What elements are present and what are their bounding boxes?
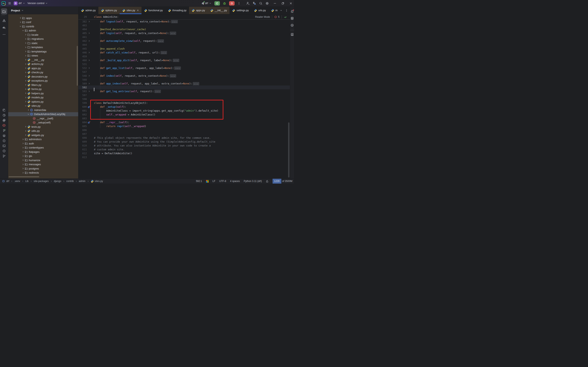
folded-code-placeholder[interactable]: ... [161, 51, 167, 54]
tree-item-auth[interactable]: auth [8, 141, 78, 146]
code-line-568[interactable]: 568 [78, 78, 290, 82]
code-line-460[interactable]: 460 def _build_app_dict(self, request, l… [78, 58, 290, 62]
fold-chevron-icon[interactable] [87, 40, 91, 42]
sticky-line-code[interactable]: class AdminSite: [91, 15, 119, 18]
minimize-button[interactable] [273, 2, 276, 5]
tab-functional.py[interactable]: functional.py [142, 7, 165, 14]
tree-item-decorators.py[interactable]: decorators.py [8, 75, 78, 79]
maximize-button[interactable] [281, 2, 284, 5]
code-line-605[interactable]: 605 return repr(self._wrapped) [78, 124, 290, 128]
code-line-604[interactable]: 604 def __repr__(self): [78, 120, 290, 124]
tree-item-static[interactable]: static [8, 41, 78, 45]
chevron-right-icon[interactable] [24, 63, 27, 65]
menu-version-control[interactable]: Version control [27, 2, 48, 5]
tree-item-utils.py[interactable]: utils.py [8, 129, 78, 133]
chevron-down-icon[interactable] [27, 113, 30, 116]
breadcrumb-item[interactable]: Lib [25, 180, 29, 183]
pie-chart-tool-button[interactable] [1, 113, 7, 118]
fold-chevron-icon[interactable] [87, 83, 91, 85]
tree-item-redirects[interactable]: redirects [8, 171, 78, 175]
tree-item-helpers.py[interactable]: helpers.py [8, 91, 78, 95]
tab-options.py[interactable]: options.py [98, 7, 120, 14]
fold-chevron-icon[interactable] [87, 20, 91, 23]
chevron-right-icon[interactable] [24, 58, 27, 61]
tree-item-forms.py[interactable]: forms.py [8, 87, 78, 92]
structure-tool-button[interactable] [1, 17, 7, 24]
folded-code-placeholder[interactable]: ... [173, 59, 179, 62]
chevron-right-icon[interactable] [21, 142, 25, 145]
services-tool-button[interactable] [1, 138, 7, 143]
code-line-609[interactable]: 609# You can provide your own AdminSite … [78, 140, 290, 144]
tree-item-locale[interactable]: locale [8, 33, 78, 37]
chevron-right-icon[interactable] [19, 21, 22, 24]
chevron-right-icon[interactable] [24, 75, 27, 78]
tree-item-flatpages[interactable]: flatpages [8, 150, 78, 154]
tree-item-apps[interactable]: apps [8, 16, 78, 20]
chevron-right-icon[interactable] [24, 71, 27, 74]
tree-item-contrib[interactable]: contrib [8, 24, 78, 29]
tab-admin.py[interactable]: admin.py [78, 7, 98, 14]
chevron-right-icon[interactable] [21, 155, 25, 157]
line-separator-widget[interactable]: LF [213, 180, 215, 183]
documentation-book-tool-button[interactable]: A [290, 32, 294, 37]
breadcrumb-item[interactable]: django [54, 180, 61, 183]
database-tool-button[interactable] [290, 16, 294, 21]
tree-item-actions.py[interactable]: actions.py [8, 62, 78, 66]
inspections-widget[interactable]: 5 [274, 16, 280, 18]
rerun-button[interactable] [214, 1, 220, 6]
unlock-icon[interactable] [266, 180, 269, 183]
terminal-tool-button[interactable] [1, 143, 7, 148]
tree-item-gis[interactable]: gis [8, 154, 78, 158]
more-actions-button[interactable] [238, 2, 240, 5]
settings-button[interactable] [265, 2, 269, 5]
folded-code-placeholder[interactable]: ... [193, 82, 199, 85]
tree-item-tests.py[interactable]: tests.py [8, 125, 78, 129]
no-problems-check-icon[interactable] [284, 15, 287, 18]
tree-item-postgres[interactable]: postgres [8, 167, 78, 171]
code-line-607[interactable]: 607 [78, 132, 290, 136]
tree-item-AdminSite[interactable]: CAdminSite [8, 108, 78, 112]
debug-button[interactable] [223, 2, 226, 5]
notifications-bell-tool-button[interactable] [290, 9, 294, 14]
fold-chevron-icon[interactable] [87, 59, 91, 61]
chevron-right-icon[interactable] [21, 138, 25, 141]
code-with-me-button[interactable] [246, 2, 250, 5]
chevron-right-icon[interactable] [24, 67, 27, 69]
code-line-405[interactable]: 405 def login(self, request, extra_conte… [78, 31, 290, 35]
problems-tool-button[interactable] [1, 148, 7, 153]
code-line-569[interactable]: 569 def app_index(self, request, app_lab… [78, 82, 290, 85]
code-line-531[interactable]: 531 [78, 62, 290, 66]
tree-item-exceptions.py[interactable]: exceptions.py [8, 79, 78, 83]
fold-chevron-icon[interactable] [87, 67, 91, 69]
tree-item-conf[interactable]: conf [8, 20, 78, 25]
tab-__init__.py[interactable]: __init__.py [208, 7, 230, 14]
x-circle-tool-button[interactable]: X [290, 23, 294, 28]
chevron-right-icon[interactable] [21, 146, 25, 149]
tree-item-widgets.py[interactable]: widgets.py [8, 133, 78, 137]
run-configuration-selector[interactable]: dj drf [202, 2, 212, 5]
tree-item-models.py[interactable]: models.py [8, 95, 78, 100]
chevron-right-icon[interactable] [24, 100, 27, 103]
chevron-down-icon[interactable] [24, 105, 27, 107]
translate-button[interactable]: A [253, 1, 256, 5]
code-line-612[interactable]: 612site = DefaultAdminSite() [78, 151, 290, 155]
database-check-tool-button[interactable] [1, 108, 7, 113]
tree-item-admin[interactable]: admin [8, 29, 78, 33]
chevron-right-icon[interactable] [27, 109, 30, 111]
memory-indicator[interactable]: 1229 of 3500M [273, 179, 294, 184]
code-line-610[interactable]: 610# attribute. You can also instantiate… [78, 144, 290, 148]
folded-code-placeholder[interactable]: ... [170, 32, 176, 35]
tree-item-migrations[interactable]: migrations [8, 37, 78, 41]
code-line-532[interactable]: 532 def get_app_list(self, request, app_… [78, 66, 290, 70]
tree-item-options.py[interactable]: options.py [8, 100, 78, 104]
colored-squares-icon[interactable] [206, 180, 209, 183]
tab-apps.py[interactable]: apps.py [189, 7, 208, 14]
chevron-right-icon[interactable] [21, 159, 25, 161]
close-tab-icon[interactable]: ✕ [137, 9, 139, 12]
breadcrumb-item[interactable]: .venv [14, 180, 20, 183]
tree-item-__repr__self[interactable]: m__repr__(self) [8, 116, 78, 121]
code-line-613[interactable]: 613 [78, 155, 290, 159]
tree-item-humanize[interactable]: humanize [8, 158, 78, 162]
stop-button[interactable] [229, 1, 235, 6]
more-horizontal-tool-button[interactable] [1, 31, 7, 38]
